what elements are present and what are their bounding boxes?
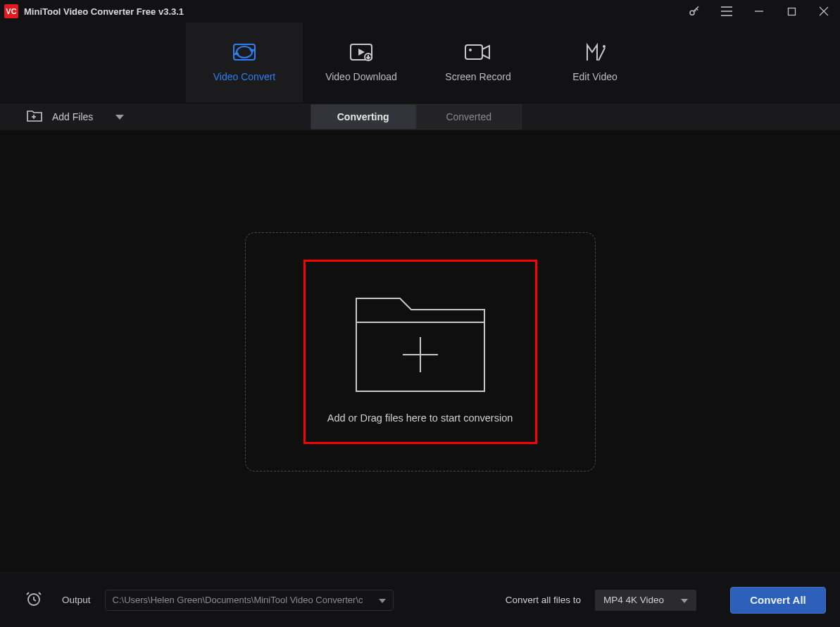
- tab-label: Video Convert: [213, 71, 275, 82]
- tab-label: Edit Video: [572, 71, 618, 82]
- video-convert-icon: [232, 43, 256, 61]
- close-icon[interactable]: [808, 0, 840, 23]
- dropzone-highlight: Add or Drag files here to start conversi…: [303, 260, 537, 444]
- chevron-down-icon: [115, 110, 124, 123]
- segment-converting[interactable]: Converting: [311, 104, 416, 129]
- add-files-label: Add Files: [52, 111, 93, 122]
- title-bar: VC MiniTool Video Converter Free v3.3.1: [0, 0, 840, 23]
- segment-converted[interactable]: Converted: [416, 104, 522, 129]
- tab-edit-video[interactable]: Edit Video: [537, 23, 653, 103]
- output-path-select[interactable]: C:\Users\Helen Green\Documents\MiniTool …: [105, 590, 394, 611]
- tab-video-download[interactable]: Video Download: [303, 23, 420, 103]
- edit-video-icon: [583, 43, 607, 61]
- convert-all-files-to-label: Convert all files to: [506, 595, 581, 605]
- maximize-icon[interactable]: [775, 0, 808, 23]
- output-path-text: C:\Users\Helen Green\Documents\MiniTool …: [113, 595, 375, 605]
- app-title: MiniTool Video Converter Free v3.3.1: [24, 6, 184, 17]
- tab-label: Video Download: [325, 71, 397, 82]
- video-download-icon: [349, 43, 373, 61]
- footer: Output C:\Users\Helen Green\Documents\Mi…: [0, 572, 840, 627]
- folder-plus-icon: [353, 284, 487, 394]
- svg-point-0: [690, 11, 694, 15]
- clock-icon[interactable]: [25, 590, 42, 610]
- chevron-down-icon: [379, 595, 386, 605]
- svg-point-12: [469, 49, 472, 51]
- chevron-down-icon: [681, 595, 688, 605]
- key-icon[interactable]: [678, 0, 710, 23]
- format-select-value: MP4 4K Video: [603, 595, 664, 605]
- convert-all-button[interactable]: Convert All: [730, 587, 826, 614]
- tab-label: Screen Record: [445, 71, 510, 82]
- tab-video-convert[interactable]: Video Convert: [186, 23, 303, 103]
- segment-control: Converting Converted: [311, 104, 522, 129]
- output-label: Output: [62, 595, 91, 605]
- main-tabs: Video Convert Video Download Screen Reco…: [0, 23, 840, 103]
- svg-point-13: [603, 45, 606, 48]
- app-logo-icon: VC: [4, 4, 18, 18]
- dropzone-text: Add or Drag files here to start conversi…: [327, 412, 513, 424]
- dropzone[interactable]: Add or Drag files here to start conversi…: [245, 232, 596, 471]
- format-select[interactable]: MP4 4K Video: [595, 590, 696, 611]
- toolbar: Add Files Converting Converted: [0, 103, 840, 131]
- minimize-icon[interactable]: [743, 0, 775, 23]
- screen-record-icon: [466, 43, 490, 61]
- tab-screen-record[interactable]: Screen Record: [420, 23, 537, 103]
- svg-rect-11: [465, 45, 482, 59]
- add-files-button[interactable]: Add Files: [0, 103, 132, 130]
- main-area: Add or Drag files here to start conversi…: [0, 131, 840, 572]
- svg-rect-5: [788, 8, 795, 15]
- add-files-icon: [27, 109, 42, 125]
- menu-icon[interactable]: [710, 0, 743, 23]
